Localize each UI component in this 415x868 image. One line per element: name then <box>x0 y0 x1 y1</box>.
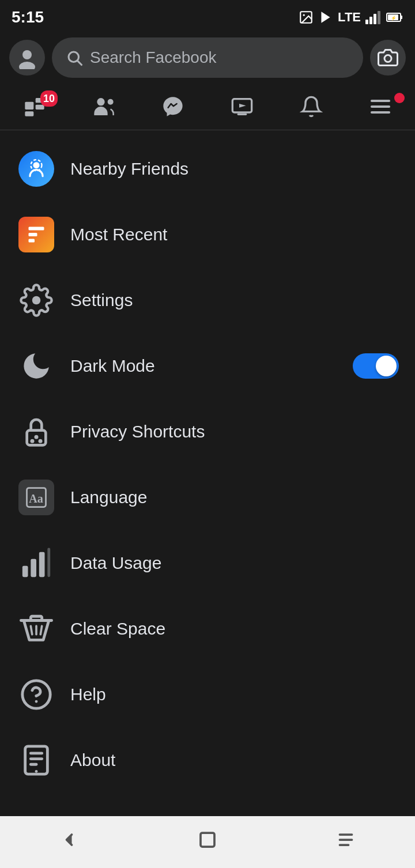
menu-item-nearby-friends[interactable]: Nearby Friends <box>0 136 415 202</box>
svg-rect-40 <box>22 566 28 577</box>
svg-point-35 <box>35 435 39 439</box>
android-home-button[interactable] <box>184 822 231 857</box>
menu-item-most-recent[interactable]: Most Recent <box>0 202 415 267</box>
svg-rect-47 <box>29 752 43 755</box>
svg-point-45 <box>35 700 38 703</box>
search-placeholder: Search Facebook <box>90 48 216 67</box>
top-bar: Search Facebook <box>0 32 415 84</box>
svg-text:⚡: ⚡ <box>391 15 397 21</box>
image-status-icon <box>299 10 314 25</box>
clear-space-label: Clear Space <box>70 619 399 639</box>
svg-rect-48 <box>29 757 43 760</box>
friends-nav-icon <box>92 95 115 118</box>
svg-point-37 <box>39 439 43 443</box>
dark-mode-icon-wrap <box>16 346 56 386</box>
settings-icon-wrap <box>16 280 56 320</box>
settings-label: Settings <box>70 290 399 310</box>
svg-point-12 <box>19 62 35 69</box>
menu-item-dark-mode[interactable]: Dark Mode <box>0 333 415 399</box>
nav-friends[interactable] <box>75 89 133 124</box>
most-recent-icon-wrap <box>16 214 56 255</box>
svg-point-33 <box>32 296 41 305</box>
data-usage-label: Data Usage <box>70 553 399 573</box>
privacy-icon <box>20 416 52 448</box>
nav-menu[interactable] <box>352 89 409 124</box>
svg-point-50 <box>35 770 38 773</box>
about-label: About <box>70 750 399 770</box>
menu-item-privacy[interactable]: Privacy Shortcuts <box>0 399 415 465</box>
home-badge: 10 <box>40 90 58 107</box>
menu-item-data-usage[interactable]: Data Usage <box>0 530 415 596</box>
nearby-friends-label: Nearby Friends <box>70 159 399 179</box>
svg-rect-19 <box>25 111 33 116</box>
nearby-friends-icon-wrap <box>16 149 56 189</box>
svg-rect-4 <box>369 17 372 24</box>
help-icon-wrap <box>16 674 56 715</box>
privacy-label: Privacy Shortcuts <box>70 422 399 441</box>
dark-mode-label: Dark Mode <box>70 356 339 376</box>
menu-item-settings[interactable]: Settings <box>0 267 415 333</box>
nav-notifications[interactable] <box>282 89 340 124</box>
data-usage-icon <box>20 546 53 580</box>
about-icon-wrap <box>16 740 56 780</box>
svg-rect-31 <box>29 233 37 236</box>
language-icon-wrap: Aa <box>16 477 56 518</box>
svg-marker-23 <box>239 104 246 108</box>
menu-badge-dot <box>394 93 405 103</box>
status-time: 5:15 <box>12 8 44 27</box>
android-recents-button[interactable] <box>323 822 369 857</box>
clear-space-icon-wrap <box>16 609 56 649</box>
nav-home[interactable]: 10 <box>6 89 63 124</box>
svg-point-11 <box>22 50 32 59</box>
clear-space-icon <box>20 612 53 646</box>
battery-icon: ⚡ <box>386 12 403 23</box>
svg-point-15 <box>384 55 391 62</box>
svg-text:Aa: Aa <box>29 492 43 505</box>
svg-rect-6 <box>378 11 380 24</box>
most-recent-icon <box>18 217 54 252</box>
menu-item-language[interactable]: Aa Language <box>0 465 415 530</box>
nav-messenger[interactable] <box>144 89 202 124</box>
messenger-nav-icon <box>161 95 184 118</box>
bottom-nav <box>0 816 415 868</box>
svg-point-36 <box>31 439 35 443</box>
back-icon <box>59 829 80 850</box>
svg-rect-9 <box>401 16 402 19</box>
svg-rect-32 <box>29 239 35 243</box>
svg-point-28 <box>33 162 39 168</box>
menu-nav-icon <box>369 95 392 118</box>
search-bar[interactable]: Search Facebook <box>52 37 363 78</box>
settings-gear-container <box>18 282 54 318</box>
svg-rect-43 <box>47 548 50 577</box>
android-back-button[interactable] <box>46 822 92 857</box>
menu-list: Nearby Friends Most Recent Settin <box>0 130 415 816</box>
camera-button[interactable] <box>370 40 406 76</box>
svg-rect-42 <box>39 552 45 578</box>
nav-watch[interactable] <box>213 89 271 124</box>
svg-rect-16 <box>25 102 33 110</box>
profile-avatar[interactable] <box>9 40 45 76</box>
nearby-friends-icon <box>18 151 54 187</box>
svg-marker-2 <box>321 12 330 23</box>
dark-mode-toggle-wrap[interactable] <box>353 353 399 379</box>
svg-rect-49 <box>29 763 38 766</box>
play-status-icon <box>318 10 333 25</box>
camera-icon <box>378 47 398 68</box>
language-icon-bg: Aa <box>18 480 54 515</box>
help-label: Help <box>70 685 399 704</box>
settings-icon <box>20 284 53 317</box>
lte-indicator: LTE <box>338 10 361 25</box>
dark-mode-toggle[interactable] <box>353 353 399 379</box>
language-label: Language <box>70 488 399 507</box>
menu-item-about[interactable]: About <box>0 727 415 793</box>
watch-nav-icon <box>231 95 254 118</box>
recents-icon <box>335 829 356 850</box>
privacy-icon-wrap <box>16 412 56 452</box>
toggle-knob <box>376 356 397 376</box>
menu-item-clear-space[interactable]: Clear Space <box>0 596 415 662</box>
about-icon <box>20 744 53 777</box>
language-icon: Aa <box>24 485 49 510</box>
menu-item-help[interactable]: Help <box>0 662 415 727</box>
help-icon <box>20 678 53 711</box>
data-usage-icon-wrap <box>16 543 56 583</box>
